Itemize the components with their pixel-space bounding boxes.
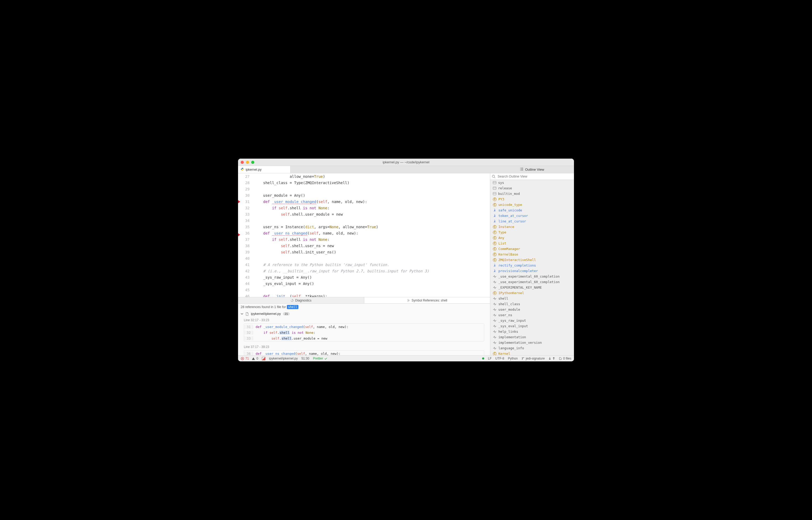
code-line[interactable] xyxy=(254,255,490,262)
status-encoding[interactable]: UTF-8 xyxy=(495,357,504,360)
outline-item[interactable]: CList xyxy=(490,240,574,246)
outline-item[interactable]: CPY3 xyxy=(490,197,574,202)
reference-snippet[interactable]: 36def _user_ns_changed(self, name, old, … xyxy=(244,350,484,355)
variable-icon xyxy=(493,319,497,322)
snippet-row[interactable]: 32 if self.shell is not None: xyxy=(244,330,484,335)
outline-item[interactable]: CIPythonKernel xyxy=(490,290,574,296)
outline-search-input[interactable] xyxy=(497,174,572,179)
outline-item[interactable]: λtoken_at_cursor xyxy=(490,213,574,218)
code-line[interactable]: user_module = Any() xyxy=(254,192,490,199)
outline-item[interactable]: release xyxy=(490,185,574,191)
outline-item[interactable]: _sys_eval_input xyxy=(490,323,574,329)
outline-item[interactable]: λline_at_cursor xyxy=(490,218,574,224)
code-line[interactable]: if self.shell is not None: xyxy=(254,205,490,211)
outline-item[interactable]: implementation_version xyxy=(490,340,574,345)
status-files-label: 0 files xyxy=(563,357,571,360)
outline-item-label: help_links xyxy=(498,329,518,334)
status-arrows[interactable] xyxy=(549,357,555,360)
outline-item[interactable]: user_module xyxy=(490,307,574,312)
outline-item-label: _use_experimental_60_completion xyxy=(498,279,560,285)
outline-item[interactable]: shell xyxy=(490,296,574,301)
code-line[interactable]: def _user_module_changed(self, name, old… xyxy=(254,199,490,205)
code-line[interactable]: def _user_ns_changed(self, name, old, ne… xyxy=(254,230,490,236)
dock-body[interactable]: 28 references found in 1 file for shell … xyxy=(238,304,490,355)
outline-item-label: List xyxy=(498,240,506,246)
outline-item-label: Type xyxy=(498,230,506,235)
outline-item-label: shell_class xyxy=(498,301,520,307)
outline-item[interactable]: language_info xyxy=(490,345,574,351)
outline-item[interactable]: implementation xyxy=(490,334,574,340)
code-line[interactable]: self.shell.user_ns = new xyxy=(254,243,490,249)
code-line[interactable]: if self.shell is not None: xyxy=(254,236,490,243)
code-line[interactable]: def __init__(self, **kwargs): xyxy=(254,293,490,297)
outline-list[interactable]: sysreleasebuiltin_modCPY3Cunicode_typeλs… xyxy=(490,180,574,355)
references-file-row[interactable]: ipykernel/ipkernel.py 21 xyxy=(238,310,490,317)
code-line[interactable]: allow_none=True) xyxy=(254,173,490,180)
outline-item[interactable]: help_links xyxy=(490,329,574,334)
snippet-row[interactable]: 33 self.shell.user_module = new xyxy=(244,335,484,341)
outline-item-label: Instance xyxy=(498,224,514,230)
code-line[interactable]: self.shell.user_module = new xyxy=(254,211,490,217)
outline-item[interactable]: CAny xyxy=(490,235,574,240)
svg-point-2 xyxy=(520,170,521,171)
code-line[interactable] xyxy=(254,217,490,224)
variable-icon xyxy=(493,286,497,289)
status-sync[interactable] xyxy=(482,358,484,360)
line-number: 37 xyxy=(242,236,250,243)
outline-item[interactable]: CType xyxy=(490,230,574,235)
reference-snippet[interactable]: 31def _user_module_changed(self, name, o… xyxy=(244,323,484,341)
status-eol[interactable]: LF xyxy=(488,357,492,360)
status-files[interactable]: 0 files xyxy=(559,357,571,360)
code-editor[interactable]: 2728293031323334353637383940414243444546… xyxy=(238,173,490,297)
outline-item[interactable]: builtin_mod xyxy=(490,191,574,197)
outline-item[interactable]: CKernel xyxy=(490,351,574,355)
outline-item[interactable]: shell_class xyxy=(490,301,574,307)
editor-tab-ipkernel[interactable]: ipkernel.py xyxy=(238,166,290,173)
line-number: 43 xyxy=(242,274,250,281)
status-diagnostics[interactable]: 71 0 xyxy=(241,357,258,360)
outline-item[interactable]: CInstance xyxy=(490,224,574,230)
outline-item[interactable]: Cunicode_type xyxy=(490,202,574,207)
status-cursor-position[interactable]: 51:30 xyxy=(301,357,309,360)
code-line[interactable]: _sys_eval_input = Any() xyxy=(254,281,490,287)
code-line[interactable]: self.shell.init_user_ns() xyxy=(254,249,490,255)
outline-item[interactable]: CZMQInteractiveShell xyxy=(490,257,574,263)
outline-item[interactable]: _use_experimental_60_completion xyxy=(490,274,574,279)
code-lines[interactable]: allow_none=True) shell_class = Type(ZMQI… xyxy=(252,173,490,297)
status-kernel[interactable]: jedi-signature xyxy=(522,357,545,360)
outline-item[interactable]: user_ns xyxy=(490,312,574,318)
outline-item[interactable]: _use_experimental_60_completion xyxy=(490,279,574,285)
outline-item[interactable]: _EXPERIMENTAL_KEY_NAME xyxy=(490,285,574,290)
code-line[interactable]: # A reference to the Python builtin 'raw… xyxy=(254,262,490,268)
dock-tab-references[interactable]: Symbol References: shell xyxy=(364,297,490,303)
outline-item[interactable]: λrectify_completions xyxy=(490,263,574,268)
code-line[interactable] xyxy=(254,186,490,192)
snippet-row[interactable]: 31def _user_module_changed(self, name, o… xyxy=(244,324,484,330)
code-line[interactable]: user_ns = Instance(dict, args=None, allo… xyxy=(254,224,490,230)
outline-item[interactable]: λsafe_unicode xyxy=(490,207,574,213)
line-marker xyxy=(238,225,242,232)
references-groups: Line 32:17 - 33:2331def _user_module_cha… xyxy=(238,317,490,355)
outline-item[interactable]: λprovisionalcompleter xyxy=(490,268,574,274)
outline-item-label: KernelBase xyxy=(498,252,518,257)
arrow-up-icon xyxy=(553,357,555,360)
status-prettier[interactable]: Prettier xyxy=(313,357,327,360)
status-note-icon-wrap[interactable] xyxy=(262,357,265,360)
outline-item[interactable]: _sys_raw_input xyxy=(490,318,574,323)
outline-item-label: sys xyxy=(498,180,504,185)
code-line[interactable] xyxy=(254,287,490,293)
code-line[interactable]: shell_class = Type(ZMQInteractiveShell) xyxy=(254,180,490,186)
outline-item-label: CommManager xyxy=(498,246,520,252)
dock-tab-diagnostics[interactable]: Diagnostics xyxy=(238,297,364,303)
code-line[interactable]: # (i.e., __builtin__.raw_input for Pytho… xyxy=(254,268,490,274)
snippet-row[interactable]: 36def _user_ns_changed(self, name, old, … xyxy=(244,350,484,355)
line-marker xyxy=(238,200,242,206)
outline-item[interactable]: sys xyxy=(490,180,574,185)
outline-item[interactable]: CKernelBase xyxy=(490,252,574,257)
status-file-path[interactable]: ipykernel/ipkernel.py xyxy=(269,357,298,360)
references-summary: 28 references found in 1 file for shell xyxy=(238,304,490,310)
status-language[interactable]: Python xyxy=(508,357,517,360)
code-line[interactable]: _sys_raw_input = Any() xyxy=(254,274,490,281)
outline-panel-header[interactable]: Outline View xyxy=(490,166,574,173)
outline-item[interactable]: CCommManager xyxy=(490,246,574,252)
